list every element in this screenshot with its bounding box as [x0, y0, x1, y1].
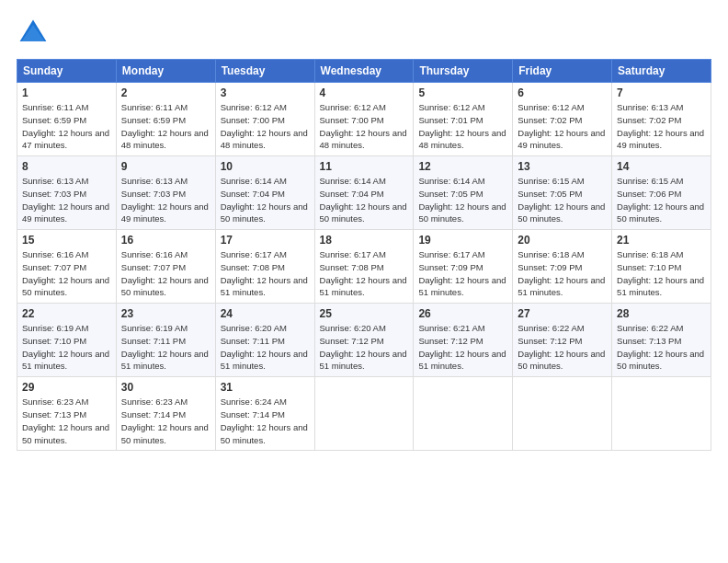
day-number: 20	[518, 234, 607, 247]
day-cell-31: 31 Sunrise: 6:24 AM Sunset: 7:14 PM Dayl…	[215, 377, 314, 451]
day-cell-24: 24 Sunrise: 6:20 AM Sunset: 7:11 PM Dayl…	[215, 304, 314, 377]
day-number: 30	[121, 381, 210, 394]
calendar-week-1: 1 Sunrise: 6:11 AM Sunset: 6:59 PM Dayli…	[17, 83, 711, 156]
page: SundayMondayTuesdayWednesdayThursdayFrid…	[0, 0, 728, 563]
day-cell-23: 23 Sunrise: 6:19 AM Sunset: 7:11 PM Dayl…	[116, 304, 215, 377]
day-number: 18	[320, 234, 409, 247]
day-cell-6: 6 Sunrise: 6:12 AM Sunset: 7:02 PM Dayli…	[513, 83, 612, 156]
col-header-sunday: Sunday	[17, 60, 117, 83]
day-number: 27	[518, 307, 607, 320]
day-cell-5: 5 Sunrise: 6:12 AM Sunset: 7:01 PM Dayli…	[414, 83, 513, 156]
day-info: Sunrise: 6:21 AM Sunset: 7:12 PM Dayligh…	[418, 323, 506, 371]
day-info: Sunrise: 6:17 AM Sunset: 7:09 PM Dayligh…	[418, 249, 506, 297]
day-info: Sunrise: 6:13 AM Sunset: 7:02 PM Dayligh…	[617, 102, 704, 150]
day-number: 29	[22, 381, 111, 394]
day-number: 6	[518, 86, 607, 99]
day-info: Sunrise: 6:23 AM Sunset: 7:13 PM Dayligh…	[22, 396, 109, 444]
day-number: 31	[221, 381, 310, 394]
day-cell-14: 14 Sunrise: 6:15 AM Sunset: 7:06 PM Dayl…	[612, 156, 711, 230]
day-cell-27: 27 Sunrise: 6:22 AM Sunset: 7:12 PM Dayl…	[513, 304, 612, 377]
col-header-monday: Monday	[116, 60, 215, 83]
day-cell-16: 16 Sunrise: 6:16 AM Sunset: 7:07 PM Dayl…	[116, 230, 215, 304]
day-cell-20: 20 Sunrise: 6:18 AM Sunset: 7:09 PM Dayl…	[513, 230, 612, 304]
day-cell-19: 19 Sunrise: 6:17 AM Sunset: 7:09 PM Dayl…	[414, 230, 513, 304]
day-info: Sunrise: 6:18 AM Sunset: 7:09 PM Dayligh…	[518, 249, 605, 297]
day-number: 21	[617, 234, 706, 247]
day-number: 19	[418, 234, 507, 247]
day-cell-26: 26 Sunrise: 6:21 AM Sunset: 7:12 PM Dayl…	[414, 304, 513, 377]
col-header-saturday: Saturday	[612, 60, 711, 83]
day-cell-30: 30 Sunrise: 6:23 AM Sunset: 7:14 PM Dayl…	[116, 377, 215, 451]
calendar-week-5: 29 Sunrise: 6:23 AM Sunset: 7:13 PM Dayl…	[17, 377, 711, 451]
day-cell-13: 13 Sunrise: 6:15 AM Sunset: 7:05 PM Dayl…	[513, 156, 612, 230]
empty-day-cell	[513, 377, 612, 451]
day-number: 16	[121, 234, 210, 247]
day-cell-29: 29 Sunrise: 6:23 AM Sunset: 7:13 PM Dayl…	[17, 377, 117, 451]
day-number: 5	[418, 86, 507, 99]
day-info: Sunrise: 6:22 AM Sunset: 7:12 PM Dayligh…	[518, 323, 605, 371]
logo-icon	[17, 17, 50, 50]
day-info: Sunrise: 6:11 AM Sunset: 6:59 PM Dayligh…	[22, 102, 109, 150]
calendar-week-4: 22 Sunrise: 6:19 AM Sunset: 7:10 PM Dayl…	[17, 304, 711, 377]
day-cell-4: 4 Sunrise: 6:12 AM Sunset: 7:00 PM Dayli…	[314, 83, 414, 156]
day-number: 3	[221, 86, 310, 99]
day-cell-21: 21 Sunrise: 6:18 AM Sunset: 7:10 PM Dayl…	[612, 230, 711, 304]
day-cell-9: 9 Sunrise: 6:13 AM Sunset: 7:03 PM Dayli…	[116, 156, 215, 230]
day-number: 8	[22, 160, 111, 173]
calendar-week-2: 8 Sunrise: 6:13 AM Sunset: 7:03 PM Dayli…	[17, 156, 711, 230]
col-header-thursday: Thursday	[414, 60, 513, 83]
day-number: 22	[22, 307, 111, 320]
day-info: Sunrise: 6:11 AM Sunset: 6:59 PM Dayligh…	[121, 102, 209, 150]
day-number: 26	[418, 307, 507, 320]
day-info: Sunrise: 6:12 AM Sunset: 7:00 PM Dayligh…	[221, 102, 308, 150]
day-info: Sunrise: 6:13 AM Sunset: 7:03 PM Dayligh…	[121, 176, 209, 224]
day-info: Sunrise: 6:14 AM Sunset: 7:04 PM Dayligh…	[221, 176, 308, 224]
day-number: 25	[320, 307, 409, 320]
day-number: 1	[22, 86, 111, 99]
logo	[17, 17, 53, 50]
day-info: Sunrise: 6:16 AM Sunset: 7:07 PM Dayligh…	[121, 249, 209, 297]
day-info: Sunrise: 6:19 AM Sunset: 7:11 PM Dayligh…	[121, 323, 209, 371]
header	[17, 17, 711, 50]
day-info: Sunrise: 6:19 AM Sunset: 7:10 PM Dayligh…	[22, 323, 109, 371]
day-number: 12	[418, 160, 507, 173]
day-number: 28	[617, 307, 706, 320]
day-info: Sunrise: 6:14 AM Sunset: 7:05 PM Dayligh…	[418, 176, 506, 224]
day-number: 17	[221, 234, 310, 247]
day-number: 11	[320, 160, 409, 173]
day-cell-12: 12 Sunrise: 6:14 AM Sunset: 7:05 PM Dayl…	[414, 156, 513, 230]
calendar-week-3: 15 Sunrise: 6:16 AM Sunset: 7:07 PM Dayl…	[17, 230, 711, 304]
day-cell-1: 1 Sunrise: 6:11 AM Sunset: 6:59 PM Dayli…	[17, 83, 117, 156]
day-info: Sunrise: 6:16 AM Sunset: 7:07 PM Dayligh…	[22, 249, 109, 297]
col-header-friday: Friday	[513, 60, 612, 83]
empty-day-cell	[414, 377, 513, 451]
day-info: Sunrise: 6:17 AM Sunset: 7:08 PM Dayligh…	[320, 249, 407, 297]
day-cell-2: 2 Sunrise: 6:11 AM Sunset: 6:59 PM Dayli…	[116, 83, 215, 156]
day-cell-7: 7 Sunrise: 6:13 AM Sunset: 7:02 PM Dayli…	[612, 83, 711, 156]
day-cell-22: 22 Sunrise: 6:19 AM Sunset: 7:10 PM Dayl…	[17, 304, 117, 377]
day-info: Sunrise: 6:20 AM Sunset: 7:12 PM Dayligh…	[320, 323, 407, 371]
day-number: 15	[22, 234, 111, 247]
day-cell-10: 10 Sunrise: 6:14 AM Sunset: 7:04 PM Dayl…	[215, 156, 314, 230]
day-cell-18: 18 Sunrise: 6:17 AM Sunset: 7:08 PM Dayl…	[314, 230, 414, 304]
empty-day-cell	[314, 377, 414, 451]
day-cell-15: 15 Sunrise: 6:16 AM Sunset: 7:07 PM Dayl…	[17, 230, 117, 304]
day-info: Sunrise: 6:15 AM Sunset: 7:05 PM Dayligh…	[518, 176, 605, 224]
day-cell-25: 25 Sunrise: 6:20 AM Sunset: 7:12 PM Dayl…	[314, 304, 414, 377]
day-number: 10	[221, 160, 310, 173]
day-number: 23	[121, 307, 210, 320]
day-info: Sunrise: 6:12 AM Sunset: 7:01 PM Dayligh…	[418, 102, 506, 150]
day-info: Sunrise: 6:20 AM Sunset: 7:11 PM Dayligh…	[221, 323, 308, 371]
day-number: 9	[121, 160, 210, 173]
day-cell-3: 3 Sunrise: 6:12 AM Sunset: 7:00 PM Dayli…	[215, 83, 314, 156]
calendar-header-row: SundayMondayTuesdayWednesdayThursdayFrid…	[17, 60, 711, 83]
day-cell-11: 11 Sunrise: 6:14 AM Sunset: 7:04 PM Dayl…	[314, 156, 414, 230]
day-number: 7	[617, 86, 706, 99]
day-info: Sunrise: 6:12 AM Sunset: 7:00 PM Dayligh…	[320, 102, 407, 150]
day-info: Sunrise: 6:24 AM Sunset: 7:14 PM Dayligh…	[221, 396, 308, 444]
day-info: Sunrise: 6:13 AM Sunset: 7:03 PM Dayligh…	[22, 176, 109, 224]
day-info: Sunrise: 6:17 AM Sunset: 7:08 PM Dayligh…	[221, 249, 308, 297]
day-info: Sunrise: 6:22 AM Sunset: 7:13 PM Dayligh…	[617, 323, 704, 371]
col-header-wednesday: Wednesday	[314, 60, 414, 83]
col-header-tuesday: Tuesday	[215, 60, 314, 83]
